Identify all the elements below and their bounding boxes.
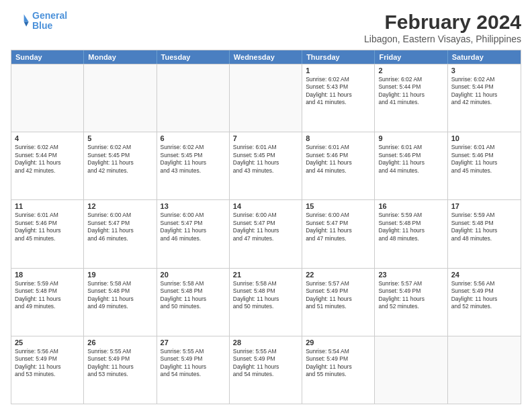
logo-text: General Blue [32,11,67,32]
calendar-cell: 8Sunrise: 6:01 AM Sunset: 5:46 PM Daylig… [302,132,375,199]
day-number: 29 [306,338,371,347]
calendar-cell: 27Sunrise: 5:55 AM Sunset: 5:49 PM Dayli… [157,336,230,404]
day-number: 24 [451,271,517,279]
calendar-row-2: 11Sunrise: 6:01 AM Sunset: 5:46 PM Dayli… [11,199,521,267]
calendar-cell: 24Sunrise: 5:56 AM Sunset: 5:49 PM Dayli… [448,269,521,336]
day-info: Sunrise: 5:57 AM Sunset: 5:49 PM Dayligh… [306,280,371,311]
day-info: Sunrise: 6:02 AM Sunset: 5:43 PM Dayligh… [306,76,371,107]
day-info: Sunrise: 6:01 AM Sunset: 5:46 PM Dayligh… [451,144,517,175]
day-info: Sunrise: 6:02 AM Sunset: 5:44 PM Dayligh… [451,76,517,107]
calendar-cell [11,64,84,132]
day-info: Sunrise: 6:01 AM Sunset: 5:46 PM Dayligh… [378,144,443,175]
day-info: Sunrise: 6:00 AM Sunset: 5:47 PM Dayligh… [87,212,152,242]
day-info: Sunrise: 6:00 AM Sunset: 5:47 PM Dayligh… [233,212,298,242]
calendar-cell: 16Sunrise: 5:59 AM Sunset: 5:48 PM Dayli… [375,200,447,267]
day-info: Sunrise: 5:57 AM Sunset: 5:49 PM Dayligh… [378,280,443,311]
day-info: Sunrise: 6:02 AM Sunset: 5:45 PM Dayligh… [87,144,152,175]
day-info: Sunrise: 6:01 AM Sunset: 5:45 PM Dayligh… [233,144,298,175]
calendar-cell: 28Sunrise: 5:55 AM Sunset: 5:49 PM Dayli… [230,336,302,404]
calendar-cell: 1Sunrise: 6:02 AM Sunset: 5:43 PM Daylig… [302,64,375,132]
day-info: Sunrise: 5:55 AM Sunset: 5:49 PM Dayligh… [87,348,152,379]
day-number: 10 [451,134,517,142]
calendar-cell [375,336,447,404]
calendar: SundayMondayTuesdayWednesdayThursdayFrid… [11,50,521,404]
header-day-wednesday: Wednesday [230,50,302,64]
calendar-cell: 19Sunrise: 5:58 AM Sunset: 5:48 PM Dayli… [84,269,157,336]
day-number: 16 [378,202,443,210]
day-info: Sunrise: 5:54 AM Sunset: 5:49 PM Dayligh… [306,348,371,379]
calendar-cell: 17Sunrise: 5:59 AM Sunset: 5:48 PM Dayli… [448,200,521,267]
calendar-cell: 3Sunrise: 6:02 AM Sunset: 5:44 PM Daylig… [448,64,521,132]
subtitle: Libagon, Eastern Visayas, Philippines [364,34,521,44]
header-day-saturday: Saturday [448,50,521,64]
calendar-cell: 9Sunrise: 6:01 AM Sunset: 5:46 PM Daylig… [375,132,447,199]
day-number: 17 [451,202,517,210]
day-number: 6 [161,134,226,142]
page: General Blue February 2024 Libagon, East… [0,0,532,411]
calendar-cell [230,64,302,132]
day-info: Sunrise: 5:58 AM Sunset: 5:48 PM Dayligh… [87,280,152,311]
day-number: 25 [15,338,80,347]
calendar-cell [157,64,230,132]
calendar-cell: 14Sunrise: 6:00 AM Sunset: 5:47 PM Dayli… [230,200,302,267]
day-number: 18 [15,271,80,279]
day-info: Sunrise: 5:55 AM Sunset: 5:49 PM Dayligh… [161,348,226,379]
calendar-cell: 23Sunrise: 5:57 AM Sunset: 5:49 PM Dayli… [375,269,447,336]
day-info: Sunrise: 6:00 AM Sunset: 5:47 PM Dayligh… [306,212,371,242]
day-number: 15 [306,202,371,210]
calendar-cell: 6Sunrise: 6:02 AM Sunset: 5:45 PM Daylig… [157,132,230,199]
main-title: February 2024 [364,11,521,34]
day-number: 28 [233,338,298,347]
day-info: Sunrise: 6:01 AM Sunset: 5:46 PM Dayligh… [15,212,80,242]
day-info: Sunrise: 6:00 AM Sunset: 5:47 PM Dayligh… [161,212,226,242]
day-number: 14 [233,202,298,210]
calendar-cell: 10Sunrise: 6:01 AM Sunset: 5:46 PM Dayli… [448,132,521,199]
calendar-row-4: 25Sunrise: 5:56 AM Sunset: 5:49 PM Dayli… [11,336,521,404]
day-number: 8 [306,134,371,142]
calendar-cell: 15Sunrise: 6:00 AM Sunset: 5:47 PM Dayli… [302,200,375,267]
day-number: 2 [378,66,443,75]
logo-line1: General [32,10,67,21]
calendar-row-3: 18Sunrise: 5:59 AM Sunset: 5:48 PM Dayli… [11,268,521,336]
day-info: Sunrise: 5:58 AM Sunset: 5:48 PM Dayligh… [161,280,226,311]
calendar-header: SundayMondayTuesdayWednesdayThursdayFrid… [11,50,521,64]
logo-line2: Blue [32,20,52,31]
day-info: Sunrise: 5:58 AM Sunset: 5:48 PM Dayligh… [233,280,298,311]
day-number: 11 [15,202,80,210]
day-number: 1 [306,66,371,75]
calendar-cell: 25Sunrise: 5:56 AM Sunset: 5:49 PM Dayli… [11,336,84,404]
header-day-sunday: Sunday [11,50,84,64]
svg-marker-1 [24,22,29,27]
calendar-row-0: 1Sunrise: 6:02 AM Sunset: 5:43 PM Daylig… [11,64,521,132]
svg-marker-0 [24,15,29,22]
day-info: Sunrise: 6:01 AM Sunset: 5:46 PM Dayligh… [306,144,371,175]
calendar-cell: 20Sunrise: 5:58 AM Sunset: 5:48 PM Dayli… [157,269,230,336]
day-number: 19 [87,271,152,279]
day-info: Sunrise: 5:55 AM Sunset: 5:49 PM Dayligh… [233,348,298,379]
calendar-cell: 7Sunrise: 6:01 AM Sunset: 5:45 PM Daylig… [230,132,302,199]
calendar-cell [84,64,157,132]
day-info: Sunrise: 5:56 AM Sunset: 5:49 PM Dayligh… [15,348,80,379]
header-day-tuesday: Tuesday [157,50,230,64]
calendar-cell: 4Sunrise: 6:02 AM Sunset: 5:44 PM Daylig… [11,132,84,199]
day-info: Sunrise: 5:59 AM Sunset: 5:48 PM Dayligh… [378,212,443,242]
calendar-cell: 11Sunrise: 6:01 AM Sunset: 5:46 PM Dayli… [11,200,84,267]
calendar-cell: 22Sunrise: 5:57 AM Sunset: 5:49 PM Dayli… [302,269,375,336]
calendar-cell: 18Sunrise: 5:59 AM Sunset: 5:48 PM Dayli… [11,269,84,336]
day-info: Sunrise: 5:59 AM Sunset: 5:48 PM Dayligh… [15,280,80,311]
header-day-friday: Friday [375,50,447,64]
calendar-cell: 26Sunrise: 5:55 AM Sunset: 5:49 PM Dayli… [84,336,157,404]
day-info: Sunrise: 5:59 AM Sunset: 5:48 PM Dayligh… [451,212,517,242]
calendar-body: 1Sunrise: 6:02 AM Sunset: 5:43 PM Daylig… [11,64,521,404]
title-block: February 2024 Libagon, Eastern Visayas, … [364,11,521,44]
calendar-row-1: 4Sunrise: 6:02 AM Sunset: 5:44 PM Daylig… [11,132,521,199]
day-info: Sunrise: 6:02 AM Sunset: 5:45 PM Dayligh… [161,144,226,175]
day-number: 3 [451,66,517,75]
header: General Blue February 2024 Libagon, East… [11,11,521,44]
day-info: Sunrise: 5:56 AM Sunset: 5:49 PM Dayligh… [451,280,517,311]
header-day-thursday: Thursday [302,50,375,64]
calendar-cell: 5Sunrise: 6:02 AM Sunset: 5:45 PM Daylig… [84,132,157,199]
day-number: 21 [233,271,298,279]
day-number: 7 [233,134,298,142]
logo: General Blue [11,11,67,32]
